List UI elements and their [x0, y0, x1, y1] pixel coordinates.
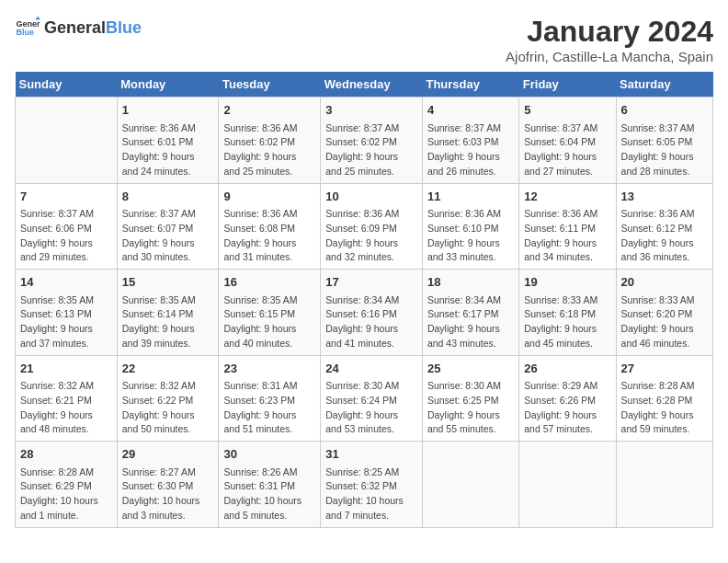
cell-line: Daylight: 10 hours — [223, 494, 315, 509]
week-row-3: 21Sunrise: 8:32 AMSunset: 6:21 PMDayligh… — [16, 355, 713, 442]
cell-line: and 26 minutes. — [427, 165, 514, 179]
svg-text:General: General — [16, 19, 40, 29]
calendar-cell — [16, 98, 118, 184]
calendar-cell: 8Sunrise: 8:37 AMSunset: 6:07 PMDaylight… — [117, 183, 219, 270]
cell-content: Sunrise: 8:33 AMSunset: 6:20 PMDaylight:… — [621, 293, 708, 351]
cell-line: Daylight: 9 hours — [223, 150, 315, 165]
day-number: 20 — [621, 273, 708, 292]
calendar-cell: 23Sunrise: 8:31 AMSunset: 6:23 PMDayligh… — [219, 355, 321, 442]
cell-line: Daylight: 9 hours — [427, 322, 514, 337]
week-row-1: 7Sunrise: 8:37 AMSunset: 6:06 PMDaylight… — [16, 183, 713, 270]
cell-content: Sunrise: 8:34 AMSunset: 6:16 PMDaylight:… — [325, 293, 417, 351]
calendar-cell: 6Sunrise: 8:37 AMSunset: 6:05 PMDaylight… — [616, 98, 712, 184]
day-number: 16 — [223, 273, 315, 292]
day-number: 3 — [325, 101, 417, 120]
column-header-thursday: Thursday — [422, 72, 518, 98]
cell-line: Sunset: 6:29 PM — [20, 479, 112, 494]
cell-content: Sunrise: 8:35 AMSunset: 6:14 PMDaylight:… — [122, 293, 214, 351]
calendar-cell: 9Sunrise: 8:36 AMSunset: 6:08 PMDaylight… — [219, 183, 321, 270]
day-number: 19 — [524, 273, 610, 292]
day-number: 2 — [223, 101, 315, 120]
cell-line: Sunrise: 8:26 AM — [223, 465, 315, 480]
day-number: 31 — [325, 445, 417, 464]
cell-content: Sunrise: 8:30 AMSunset: 6:24 PMDaylight:… — [325, 379, 417, 437]
cell-line: Sunset: 6:09 PM — [325, 222, 417, 236]
cell-content: Sunrise: 8:26 AMSunset: 6:31 PMDaylight:… — [223, 465, 315, 523]
cell-line: Sunrise: 8:29 AM — [524, 379, 610, 394]
cell-line: Daylight: 9 hours — [223, 322, 315, 337]
cell-line: Sunset: 6:14 PM — [122, 307, 214, 322]
calendar-cell: 26Sunrise: 8:29 AMSunset: 6:26 PMDayligh… — [519, 355, 616, 442]
cell-line: Daylight: 9 hours — [20, 322, 112, 337]
cell-line: Sunrise: 8:32 AM — [20, 379, 112, 394]
cell-line: and 53 minutes. — [325, 422, 417, 437]
cell-line: Sunrise: 8:31 AM — [223, 379, 315, 394]
cell-content: Sunrise: 8:33 AMSunset: 6:18 PMDaylight:… — [524, 293, 610, 351]
cell-line: Sunrise: 8:33 AM — [524, 293, 610, 308]
calendar-cell: 15Sunrise: 8:35 AMSunset: 6:14 PMDayligh… — [117, 270, 219, 356]
cell-line: Daylight: 9 hours — [524, 150, 610, 165]
cell-line: Sunrise: 8:36 AM — [325, 207, 417, 222]
column-header-monday: Monday — [117, 72, 219, 98]
cell-line: and 34 minutes. — [524, 250, 610, 265]
cell-line: and 7 minutes. — [325, 509, 417, 523]
column-header-friday: Friday — [519, 72, 616, 98]
cell-line: Sunrise: 8:30 AM — [325, 379, 417, 394]
calendar-cell: 2Sunrise: 8:36 AMSunset: 6:02 PMDaylight… — [219, 98, 321, 184]
calendar-cell: 19Sunrise: 8:33 AMSunset: 6:18 PMDayligh… — [519, 270, 616, 356]
cell-content: Sunrise: 8:36 AMSunset: 6:10 PMDaylight:… — [427, 207, 514, 265]
svg-marker-2 — [35, 16, 40, 19]
cell-line: and 36 minutes. — [621, 250, 708, 265]
cell-line: Daylight: 9 hours — [427, 150, 514, 165]
day-number: 17 — [325, 273, 417, 292]
day-number: 30 — [223, 445, 315, 464]
cell-line: Sunrise: 8:34 AM — [325, 293, 417, 308]
cell-line: Sunrise: 8:35 AM — [20, 293, 112, 308]
cell-line: Sunrise: 8:37 AM — [621, 121, 708, 136]
cell-content: Sunrise: 8:36 AMSunset: 6:01 PMDaylight:… — [122, 121, 214, 179]
column-header-wednesday: Wednesday — [321, 72, 423, 98]
cell-line: Sunrise: 8:37 AM — [427, 121, 514, 136]
day-number: 13 — [621, 188, 708, 206]
cell-line: and 32 minutes. — [325, 250, 417, 265]
calendar-cell — [519, 442, 616, 528]
cell-content: Sunrise: 8:36 AMSunset: 6:08 PMDaylight:… — [223, 207, 315, 265]
day-number: 14 — [20, 273, 112, 292]
cell-line: Daylight: 10 hours — [122, 494, 214, 509]
cell-line: Sunrise: 8:35 AM — [223, 293, 315, 308]
cell-line: Sunset: 6:11 PM — [524, 222, 610, 236]
cell-line: and 50 minutes. — [122, 422, 214, 437]
calendar-cell: 28Sunrise: 8:28 AMSunset: 6:29 PMDayligh… — [16, 442, 118, 528]
calendar-cell — [422, 442, 518, 528]
cell-line: and 40 minutes. — [223, 337, 315, 351]
day-number: 18 — [427, 273, 514, 292]
calendar-header-row: SundayMondayTuesdayWednesdayThursdayFrid… — [16, 72, 713, 98]
cell-line: Sunset: 6:22 PM — [122, 394, 214, 408]
cell-line: Sunrise: 8:36 AM — [427, 207, 514, 222]
calendar-cell: 24Sunrise: 8:30 AMSunset: 6:24 PMDayligh… — [321, 355, 423, 442]
cell-line: and 48 minutes. — [20, 422, 112, 437]
day-number: 21 — [20, 360, 112, 378]
cell-line: Daylight: 9 hours — [122, 236, 214, 251]
cell-line: Sunrise: 8:37 AM — [122, 207, 214, 222]
cell-line: and 33 minutes. — [427, 250, 514, 265]
cell-line: Daylight: 9 hours — [325, 408, 417, 423]
cell-line: Daylight: 9 hours — [427, 408, 514, 423]
calendar-cell: 5Sunrise: 8:37 AMSunset: 6:04 PMDaylight… — [519, 98, 616, 184]
cell-line: Daylight: 9 hours — [621, 236, 708, 251]
cell-line: Sunset: 6:03 PM — [427, 135, 514, 150]
cell-line: Sunset: 6:12 PM — [621, 222, 708, 236]
cell-line: Sunrise: 8:25 AM — [325, 465, 417, 480]
subtitle: Ajofrin, Castille-La Mancha, Spain — [506, 49, 713, 64]
cell-line: Sunrise: 8:27 AM — [122, 465, 214, 480]
cell-line: Sunset: 6:21 PM — [20, 394, 112, 408]
cell-line: Daylight: 9 hours — [20, 408, 112, 423]
week-row-4: 28Sunrise: 8:28 AMSunset: 6:29 PMDayligh… — [16, 442, 713, 528]
cell-line: Sunset: 6:31 PM — [223, 479, 315, 494]
week-row-2: 14Sunrise: 8:35 AMSunset: 6:13 PMDayligh… — [16, 270, 713, 356]
cell-line: Sunrise: 8:30 AM — [427, 379, 514, 394]
cell-line: and 24 minutes. — [122, 165, 214, 179]
header: General Blue General Blue January 2024 A… — [15, 15, 713, 64]
cell-line: Sunset: 6:15 PM — [223, 307, 315, 322]
cell-line: Sunrise: 8:37 AM — [524, 121, 610, 136]
